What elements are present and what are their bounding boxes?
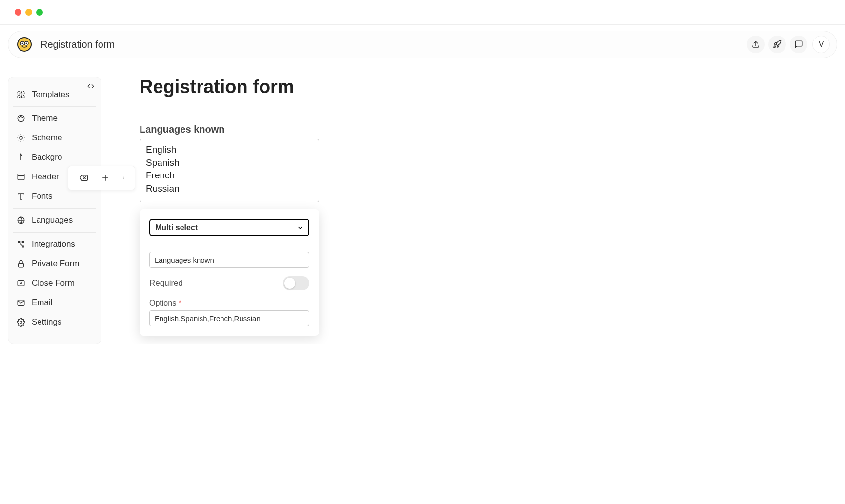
multiselect-option[interactable]: English [146,143,313,156]
sidebar-item-label: Email [32,298,53,308]
lock-icon [16,259,26,268]
required-toggle[interactable] [283,276,309,290]
divider [0,24,845,25]
field-config-panel: Multi select Required Options * [140,209,319,336]
sidebar-item-theme[interactable]: Theme [13,109,96,128]
user-avatar[interactable]: V [812,36,830,53]
field-type-label: Multi select [155,223,198,232]
svg-point-3 [26,43,27,44]
app-logo[interactable] [17,37,32,52]
mail-icon [16,298,26,307]
sidebar-item-label: Integrations [32,239,75,249]
options-label: Options * [149,299,309,308]
multiselect-option[interactable]: French [146,169,313,182]
svg-point-11 [20,116,21,117]
nodes-icon [16,240,26,249]
svg-point-42 [123,177,123,177]
multiselect-option[interactable]: Russian [146,182,313,195]
sidebar-item-background[interactable]: Backgro [13,148,96,167]
top-bar: Registration form V [8,31,837,58]
sidebar-item-label: Scheme [32,133,62,143]
sidebar-item-label: Header [32,172,59,182]
sidebar-separator [13,232,96,233]
multiselect-field[interactable]: English Spanish French Russian [140,139,319,202]
item-actions-overlay [68,166,135,190]
layout-icon [16,173,26,181]
more-actions-button[interactable] [120,172,127,184]
options-input[interactable] [149,310,309,326]
templates-icon [16,90,26,99]
sidebar-item-templates[interactable]: Templates [13,85,96,104]
add-item-button[interactable] [99,172,112,184]
svg-point-44 [123,178,123,179]
svg-rect-7 [18,96,20,98]
svg-point-29 [18,241,20,243]
delete-item-button[interactable] [76,172,91,184]
code-view-toggle[interactable] [86,83,95,90]
sidebar: Templates Theme Scheme Backgro Header Fo… [8,77,101,344]
sidebar-item-label: Settings [32,317,61,327]
sidebar-item-email[interactable]: Email [13,293,96,312]
svg-line-20 [19,140,19,140]
sidebar-item-label: Close Form [32,278,75,288]
sidebar-separator [13,106,96,107]
svg-point-43 [123,178,123,178]
svg-rect-6 [22,91,24,94]
required-row: Required [149,276,309,290]
gear-icon [16,318,26,327]
page-title-header: Registration form [40,39,115,50]
svg-line-18 [19,136,19,136]
field-type-select[interactable]: Multi select [149,219,309,236]
palette-icon [16,114,26,123]
sidebar-separator [13,208,96,209]
svg-line-19 [23,140,23,140]
svg-point-2 [22,43,23,44]
svg-rect-23 [18,174,24,180]
svg-point-37 [20,321,22,324]
close-window-button[interactable] [15,9,21,16]
field-name-input[interactable] [149,252,309,268]
sidebar-item-label: Fonts [32,192,53,201]
sidebar-item-languages[interactable]: Languages [13,211,96,230]
sidebar-item-label: Languages [32,215,73,225]
minimize-window-button[interactable] [25,9,32,16]
comments-button[interactable] [790,36,807,53]
multiselect-option[interactable]: Spanish [146,156,313,170]
type-icon [16,192,26,201]
sidebar-item-label: Theme [32,114,58,123]
sidebar-item-label: Templates [32,90,69,99]
share-button[interactable] [747,36,765,53]
form-title[interactable]: Registration form [140,77,481,97]
required-label: Required [149,278,183,288]
svg-rect-32 [19,263,24,267]
close-panel-icon [16,279,26,288]
publish-button[interactable] [768,36,786,53]
field-label[interactable]: Languages known [140,124,481,135]
chevron-down-icon [297,224,303,231]
sidebar-item-close-form[interactable]: Close Form [13,273,96,293]
form-canvas: Registration form Languages known Englis… [140,77,481,336]
sidebar-item-scheme[interactable]: Scheme [13,128,96,148]
svg-point-10 [19,117,20,118]
svg-rect-5 [18,91,20,94]
sidebar-item-integrations[interactable]: Integrations [13,234,96,254]
svg-line-21 [23,136,23,136]
svg-rect-8 [22,96,24,98]
sidebar-item-label: Private Form [32,259,79,269]
window-controls [0,0,845,24]
sidebar-item-settings[interactable]: Settings [13,312,96,332]
sun-icon [16,134,26,142]
sidebar-item-private-form[interactable]: Private Form [13,254,96,273]
svg-point-12 [22,117,23,118]
svg-point-30 [22,246,24,247]
svg-point-13 [20,136,22,139]
globe-icon [16,216,26,225]
svg-point-31 [22,241,24,243]
sidebar-item-label: Backgro [32,153,62,162]
pin-icon [16,153,26,162]
maximize-window-button[interactable] [36,9,43,16]
